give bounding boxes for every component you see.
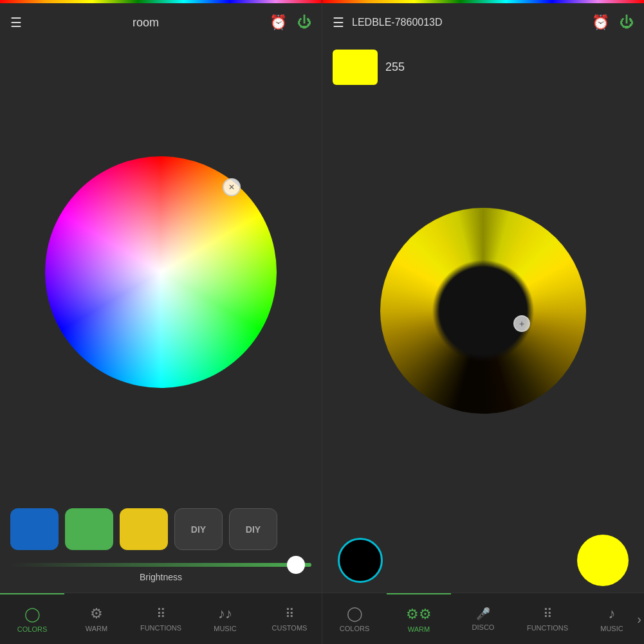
- colors-label-left: COLORS: [17, 625, 47, 633]
- circle-black[interactable]: [338, 538, 383, 583]
- customs-icon-left: ⠿: [285, 606, 295, 621]
- nav-customs-left[interactable]: ⠿ CUSTOMS: [257, 593, 322, 644]
- brightness-disc[interactable]: +: [380, 208, 586, 414]
- nav-colors-right[interactable]: ◯ COLORS: [322, 593, 387, 644]
- bottom-circles: [322, 528, 644, 593]
- brightness-slider-track[interactable]: [10, 563, 311, 567]
- left-header: room: [0, 3, 322, 42]
- functions-icon-left: ⠿: [156, 606, 166, 621]
- customs-label-left: CUSTOMS: [272, 624, 308, 632]
- swatch-yellow[interactable]: [120, 508, 168, 550]
- music-icon-right: ♪: [609, 605, 616, 622]
- right-bottom-nav: ◯ COLORS ⚙ WARM 🎤 DISCO ⠿ FUNCTIONS ♪ MU…: [322, 593, 644, 644]
- more-arrow-icon[interactable]: ›: [637, 611, 641, 626]
- alarm-icon-left[interactable]: [270, 14, 287, 31]
- music-label-left: MUSIC: [214, 625, 236, 632]
- warm-label-right: WARM: [408, 625, 430, 633]
- brightness-label: Brightness: [140, 572, 182, 582]
- circle-yellow[interactable]: [577, 535, 629, 586]
- right-header: LEDBLE-7860013D: [322, 3, 644, 42]
- colors-icon-right: ◯: [347, 605, 363, 622]
- warm-icon-left: [90, 605, 103, 622]
- warm-label-left: WARM: [86, 625, 107, 632]
- brightness-slider-thumb[interactable]: [287, 556, 305, 574]
- swatch-blue[interactable]: [10, 508, 59, 550]
- nav-functions-right[interactable]: ⠿ FUNCTIONS: [515, 593, 580, 644]
- nav-functions-left[interactable]: ⠿ FUNCTIONS: [129, 593, 193, 644]
- device-name: LEDBLE-7860013D: [352, 17, 584, 28]
- left-title: room: [22, 16, 270, 30]
- disc-handle[interactable]: +: [513, 315, 530, 332]
- nav-music-right[interactable]: ♪ MUSIC: [580, 593, 644, 644]
- warm-icon-right: ⚙: [406, 606, 432, 623]
- nav-warm-right[interactable]: ⚙ WARM: [387, 593, 451, 644]
- alarm-icon-right[interactable]: [592, 14, 609, 31]
- right-panel: LEDBLE-7860013D 255 + ◯ COLORS ⚙ WARM 🎤: [322, 0, 644, 644]
- swatch-green[interactable]: [65, 508, 113, 550]
- color-preview-box[interactable]: [333, 50, 378, 85]
- music-icon-left: ♪: [218, 605, 232, 622]
- left-bottom-nav: ◯ COLORS WARM ⠿ FUNCTIONS ♪ MUSIC ⠿ CUST…: [0, 593, 322, 644]
- swatch-diy-1[interactable]: DIY: [174, 508, 223, 550]
- functions-icon-right: ⠿: [543, 606, 553, 621]
- disco-label-right: DISCO: [472, 623, 495, 631]
- power-icon-left[interactable]: [297, 14, 311, 31]
- left-panel: room ✕ DIY DIY Brightness ◯ COLORS W: [0, 0, 322, 644]
- right-header-icons: [592, 14, 634, 31]
- swatch-diy-2[interactable]: DIY: [229, 508, 277, 550]
- menu-icon-right[interactable]: [333, 15, 344, 30]
- color-wheel[interactable]: ✕: [45, 156, 277, 388]
- nav-music-left[interactable]: ♪ MUSIC: [193, 593, 257, 644]
- left-header-icons: [270, 14, 311, 31]
- nav-colors-left[interactable]: ◯ COLORS: [0, 593, 64, 644]
- nav-disco-right[interactable]: 🎤 DISCO: [451, 593, 515, 644]
- color-value: 255: [385, 60, 405, 74]
- wheel-handle[interactable]: ✕: [223, 178, 241, 196]
- menu-icon[interactable]: [10, 15, 22, 30]
- music-label-right: MUSIC: [600, 625, 623, 632]
- disco-icon-right: 🎤: [476, 607, 490, 621]
- colors-icon-left: ◯: [24, 606, 41, 623]
- functions-label-right: FUNCTIONS: [527, 624, 568, 632]
- nav-warm-left[interactable]: WARM: [64, 593, 129, 644]
- functions-label-left: FUNCTIONS: [140, 624, 181, 632]
- color-wheel-container[interactable]: ✕: [0, 42, 322, 502]
- colors-label-right: COLORS: [340, 625, 369, 632]
- brightness-area: Brightness: [0, 557, 322, 593]
- power-icon-right[interactable]: [620, 14, 634, 31]
- color-preview-area: 255: [322, 42, 644, 93]
- swatches-area: DIY DIY: [0, 502, 322, 557]
- disc-container[interactable]: +: [322, 93, 644, 528]
